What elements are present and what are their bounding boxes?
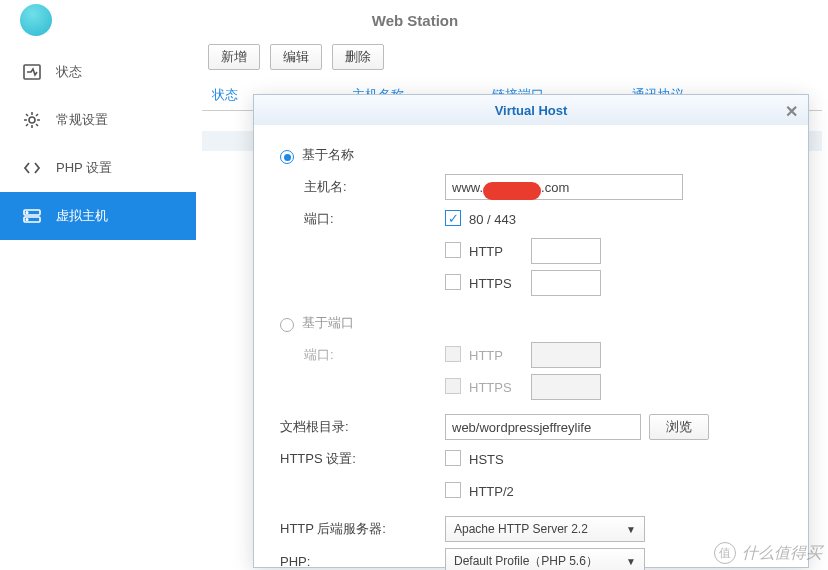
hsts-label: HSTS — [469, 452, 504, 467]
dialog-title: Virtual Host — [495, 103, 568, 118]
http-label-2: HTTP — [469, 348, 525, 363]
http-label: HTTP — [469, 244, 525, 259]
sidebar-label: PHP 设置 — [56, 159, 112, 177]
svg-point-1 — [29, 117, 35, 123]
php-label: PHP: — [280, 554, 445, 569]
backend-label: HTTP 后端服务器: — [280, 520, 445, 538]
checkbox-80-443[interactable]: ✓ — [445, 210, 461, 226]
checkbox-https[interactable] — [445, 274, 461, 290]
sidebar-item-general[interactable]: 常规设置 — [0, 96, 196, 144]
https-set-label: HTTPS 设置: — [280, 450, 445, 468]
chevron-down-icon: ▼ — [626, 556, 636, 567]
radio-port-based[interactable] — [280, 318, 294, 332]
port-label-2: 端口: — [280, 346, 445, 364]
svg-rect-0 — [24, 65, 40, 79]
vhost-icon — [22, 206, 42, 226]
sidebar-label: 虚拟主机 — [56, 207, 108, 225]
sidebar: 状态 常规设置 PHP 设置 虚拟主机 — [0, 40, 196, 570]
sidebar-item-vhost[interactable]: 虚拟主机 — [0, 192, 196, 240]
https-label: HTTPS — [469, 276, 525, 291]
https-port-input[interactable] — [531, 270, 601, 296]
chevron-down-icon: ▼ — [626, 524, 636, 535]
code-icon — [22, 158, 42, 178]
name-based-label: 基于名称 — [302, 146, 354, 164]
checkbox-hsts[interactable] — [445, 450, 461, 466]
browse-button[interactable]: 浏览 — [649, 414, 709, 440]
sidebar-item-php[interactable]: PHP 设置 — [0, 144, 196, 192]
https-label-2: HTTPS — [469, 380, 525, 395]
hostname-input[interactable]: www. .com — [445, 174, 683, 200]
https-port-input-disabled — [531, 374, 601, 400]
virtual-host-dialog: Virtual Host ✕ 基于名称 主机名: www. .com 端口: ✓… — [253, 94, 809, 568]
status-icon — [22, 62, 42, 82]
checkbox-http2[interactable] — [445, 482, 461, 498]
checkbox-http[interactable] — [445, 242, 461, 258]
http-port-input-disabled — [531, 342, 601, 368]
checkbox-http-disabled — [445, 346, 461, 362]
app-title: Web Station — [72, 12, 758, 29]
port-based-label: 基于端口 — [302, 314, 354, 332]
delete-button[interactable]: 删除 — [332, 44, 384, 70]
sidebar-label: 常规设置 — [56, 111, 108, 129]
add-button[interactable]: 新增 — [208, 44, 260, 70]
svg-point-4 — [26, 212, 28, 214]
http-port-input[interactable] — [531, 238, 601, 264]
watermark: 值 什么值得买 — [714, 542, 822, 564]
sidebar-label: 状态 — [56, 63, 82, 81]
hostname-label: 主机名: — [280, 178, 445, 196]
backend-select[interactable]: Apache HTTP Server 2.2 ▼ — [445, 516, 645, 542]
checkbox-https-disabled — [445, 378, 461, 394]
gear-icon — [22, 110, 42, 130]
radio-name-based[interactable] — [280, 150, 294, 164]
watermark-icon: 值 — [714, 542, 736, 564]
port-80443-label: 80 / 443 — [469, 212, 516, 227]
docroot-label: 文档根目录: — [280, 418, 445, 436]
sidebar-item-status[interactable]: 状态 — [0, 48, 196, 96]
port-label: 端口: — [280, 210, 445, 228]
svg-point-5 — [26, 219, 28, 221]
php-select[interactable]: Default Profile（PHP 5.6） ▼ — [445, 548, 645, 570]
app-logo-icon — [20, 4, 52, 36]
docroot-input[interactable] — [445, 414, 641, 440]
close-icon[interactable]: ✕ — [785, 102, 798, 121]
edit-button[interactable]: 编辑 — [270, 44, 322, 70]
http2-label: HTTP/2 — [469, 484, 514, 499]
redacted-icon — [483, 182, 541, 200]
